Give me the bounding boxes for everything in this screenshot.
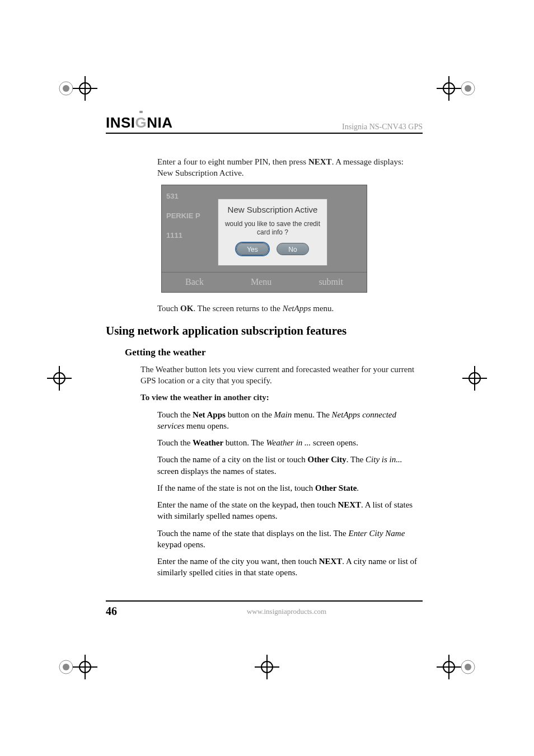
text: button on the	[226, 410, 274, 419]
brand-text: G	[135, 114, 147, 131]
list-item: 1111	[166, 231, 217, 240]
text: If the name of the state is not on the l…	[157, 483, 315, 492]
dialog-buttons: Yes No	[218, 243, 327, 255]
subsection-intro: The Weather button lets you view current…	[140, 364, 423, 387]
text: Enter the name of the city you want, the…	[157, 557, 319, 566]
product-name: Insignia NS-CNV43 GPS	[342, 123, 423, 132]
text-bold: NEXT	[308, 157, 332, 166]
dialog-title: New Subscription Active	[218, 205, 327, 214]
text: menu. The	[292, 410, 331, 419]
crosshair-icon	[255, 655, 279, 679]
text-italic: Enter City Name	[349, 529, 405, 538]
svg-point-28	[465, 664, 471, 670]
crosshair-icon	[73, 76, 97, 101]
text-bold: OK	[180, 304, 193, 313]
svg-point-9	[465, 85, 471, 92]
page-header: INSIGNIA Insignia NS-CNV43 GPS	[106, 114, 423, 134]
text-bold: Weather	[193, 438, 223, 447]
text: Touch the	[157, 410, 193, 419]
device-screenshot: 531 PERKIE P 1111 New Subscription Activ…	[161, 185, 367, 293]
text: . The screen returns to the	[193, 304, 282, 313]
no-button[interactable]: No	[277, 243, 309, 255]
brand-logo: INSIGNIA	[106, 114, 173, 132]
subsection-heading: Getting the weather	[125, 347, 423, 358]
text-bold: Net Apps	[193, 410, 226, 419]
dialog-question: would you like to save the credit card i…	[218, 220, 327, 237]
step: Touch the name of the state that display…	[157, 528, 423, 551]
page-content: INSIGNIA Insignia NS-CNV43 GPS Enter a f…	[106, 114, 423, 618]
section-heading: Using network application subscription f…	[106, 324, 423, 338]
text: Touch the name of the state that display…	[157, 529, 349, 538]
footer-url: www.insigniaproducts.com	[151, 607, 423, 616]
text-italic: City is in...	[366, 455, 402, 464]
after-screenshot-paragraph: Touch OK. The screen returns to the NetA…	[157, 303, 417, 314]
step: If the name of the state is not on the l…	[157, 482, 423, 494]
text: Touch the name of a city on the list or …	[157, 455, 307, 464]
registration-mark-icon	[456, 76, 480, 101]
screenshot-list: 531 PERKIE P 1111	[162, 185, 217, 265]
text: Touch	[157, 304, 180, 313]
step: Touch the Net Apps button on the Main me…	[157, 409, 423, 432]
screenshot-bottom-bar: Back Menu submit	[162, 272, 367, 292]
page-number: 46	[106, 605, 117, 618]
text: button. The	[223, 438, 266, 447]
brand-text: NIA	[147, 114, 172, 131]
svg-point-17	[63, 664, 69, 670]
text-bold: Other City	[307, 455, 346, 464]
svg-point-1	[63, 85, 69, 92]
step: Touch the Weather button. The Weather in…	[157, 437, 423, 448]
text: Touch the	[157, 438, 193, 447]
text: menu.	[311, 304, 334, 313]
crosshair-icon	[73, 655, 97, 679]
text: menu opens.	[184, 421, 229, 430]
page-footer: 46 www.insigniaproducts.com	[106, 600, 423, 618]
submit-button[interactable]: submit	[318, 277, 343, 287]
text-bold: NEXT	[319, 557, 343, 566]
text-italic: Main	[274, 410, 292, 419]
procedure-title: To view the weather in another city:	[140, 392, 423, 403]
step: Touch the name of a city on the list or …	[157, 454, 423, 477]
brand-text: INSI	[106, 114, 135, 131]
text-italic: Weather in ...	[266, 438, 311, 447]
text-bold: NEXT	[338, 500, 361, 509]
text: Enter a four to eight number PIN, then p…	[157, 157, 308, 166]
back-button[interactable]: Back	[185, 277, 204, 287]
registration-mark-icon	[456, 655, 480, 679]
intro-paragraph: Enter a four to eight number PIN, then p…	[157, 156, 417, 179]
menu-button[interactable]: Menu	[251, 277, 271, 287]
list-item: 531	[166, 192, 217, 200]
text: screen opens.	[311, 438, 358, 447]
crosshair-icon	[47, 366, 72, 391]
yes-button[interactable]: Yes	[236, 243, 269, 255]
step: Enter the name of the city you want, the…	[157, 556, 423, 579]
step: Enter the name of the state on the keypa…	[157, 499, 423, 522]
text-bold: Other State	[315, 483, 357, 492]
text-italic: NetApps	[283, 304, 311, 313]
dialog-box: New Subscription Active would you like t…	[218, 199, 327, 266]
list-item: PERKIE P	[166, 212, 217, 220]
text: screen displays the names of states.	[157, 467, 276, 476]
text: keypad opens.	[157, 540, 205, 549]
text: .	[357, 483, 359, 492]
steps-list: Touch the Net Apps button on the Main me…	[157, 409, 423, 579]
text: Enter the name of the state on the keypa…	[157, 500, 338, 509]
text: . The	[346, 455, 366, 464]
crosshair-icon	[462, 366, 487, 391]
